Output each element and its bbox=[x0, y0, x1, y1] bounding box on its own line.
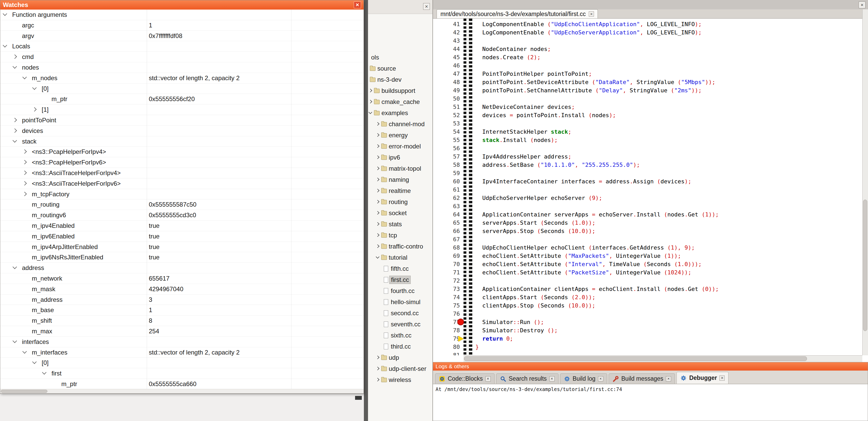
watch-row[interactable]: argv0x7fffffffdf08 bbox=[0, 31, 364, 41]
expand-icon[interactable] bbox=[32, 107, 37, 112]
tree-item-energy[interactable]: energy bbox=[368, 130, 432, 141]
tree-item-examples[interactable]: examples bbox=[368, 107, 432, 119]
expand-icon[interactable] bbox=[23, 170, 27, 175]
tree-item-tutorial[interactable]: tutorial bbox=[368, 252, 432, 263]
expand-icon[interactable] bbox=[375, 374, 381, 385]
tree-item-stats[interactable]: stats bbox=[368, 219, 432, 230]
code-line[interactable]: LogComponentEnable ("UdpEchoServerApplic… bbox=[475, 28, 862, 37]
code-line[interactable]: UdpEchoClientHelper echoClient (interfac… bbox=[475, 244, 862, 252]
tree-item-wireless[interactable]: wireless bbox=[368, 374, 432, 385]
expand-icon[interactable] bbox=[375, 363, 381, 374]
logs-titlebar[interactable]: Logs & others bbox=[433, 362, 868, 370]
watch-row[interactable]: pointToPoint bbox=[0, 115, 364, 126]
code-line[interactable]: Simulator::Destroy (); bbox=[475, 326, 862, 335]
tree-item-fifth-cc[interactable]: fifth.cc bbox=[368, 263, 432, 274]
expand-icon[interactable] bbox=[13, 128, 17, 133]
expand-icon[interactable] bbox=[375, 174, 381, 185]
collapse-icon[interactable] bbox=[368, 107, 374, 119]
expand-icon[interactable] bbox=[23, 181, 27, 186]
logs-tab-code-blocks[interactable]: Code::Blocks✕ bbox=[435, 374, 495, 384]
code-line[interactable]: devices = pointToPoint.Install (nodes); bbox=[475, 111, 862, 120]
code-line[interactable]: pointToPoint.SetDeviceAttribute ("DataRa… bbox=[475, 78, 862, 86]
collapse-icon[interactable] bbox=[13, 138, 17, 142]
watches-tree[interactable]: Function argumentsargc1argv0x7fffffffdf0… bbox=[0, 9, 364, 389]
watch-row[interactable]: devices bbox=[0, 126, 364, 136]
editor-tab-first-cc[interactable]: mnt/dev/tools/source/ns-3-dev/examples/t… bbox=[437, 9, 598, 19]
tab-close-icon[interactable]: ✕ bbox=[598, 376, 603, 382]
projects-close-icon[interactable]: ✕ bbox=[423, 3, 430, 10]
watch-row[interactable]: [0] bbox=[0, 358, 364, 368]
expand-icon[interactable] bbox=[375, 230, 381, 241]
code-line[interactable]: echoClient.SetAttribute ("PacketSize", U… bbox=[475, 268, 862, 277]
code-line[interactable] bbox=[475, 351, 862, 355]
watch-row[interactable]: m_ipv6Enabledtrue bbox=[0, 231, 364, 242]
tab-close-icon[interactable]: ✕ bbox=[550, 376, 555, 382]
code-line[interactable]: serverApps.Stop (Seconds (10.0)); bbox=[475, 227, 862, 235]
collapse-icon[interactable] bbox=[23, 75, 27, 79]
watch-row[interactable]: <ns3::AsciiTraceHelperForIpv6> bbox=[0, 179, 364, 189]
watch-row[interactable]: Function arguments bbox=[0, 9, 364, 20]
code-line[interactable]: Ipv4AddressHelper address; bbox=[475, 153, 862, 161]
tree-item-sixth-cc[interactable]: sixth.cc bbox=[368, 330, 432, 341]
code-line[interactable]: stack.Install (nodes); bbox=[475, 136, 862, 144]
expand-icon[interactable] bbox=[375, 219, 381, 230]
watch-row[interactable]: m_mask4294967040 bbox=[0, 284, 364, 295]
tree-item-first-cc[interactable]: first.cc bbox=[368, 274, 432, 285]
tab-close-icon[interactable]: ✕ bbox=[486, 376, 491, 382]
watches-hscroll-thumb[interactable] bbox=[1, 390, 48, 393]
code-line[interactable] bbox=[475, 235, 862, 244]
code-line[interactable]: serverApps.Start (Seconds (1.0)); bbox=[475, 219, 862, 227]
watch-row[interactable]: m_network655617 bbox=[0, 273, 364, 284]
tree-item-buildsupport[interactable]: buildsupport bbox=[368, 85, 432, 96]
tab-close-icon[interactable]: ✕ bbox=[589, 11, 594, 17]
collapse-icon[interactable] bbox=[3, 12, 7, 16]
watch-row[interactable]: interfaces bbox=[0, 337, 364, 347]
expand-icon[interactable] bbox=[375, 119, 381, 130]
watch-row[interactable]: address bbox=[0, 263, 364, 273]
projects-tree[interactable]: olssourcens-3-devbuildsupportcmake_cache… bbox=[368, 52, 432, 385]
tree-item-matrix-topol[interactable]: matrix-topol bbox=[368, 163, 432, 174]
expand-icon[interactable] bbox=[13, 55, 17, 59]
collapse-icon[interactable] bbox=[13, 265, 17, 269]
tree-item-naming[interactable]: naming bbox=[368, 174, 432, 185]
collapse-icon[interactable] bbox=[32, 360, 37, 364]
expand-icon[interactable] bbox=[13, 118, 17, 122]
code-line[interactable] bbox=[475, 169, 862, 177]
code-line[interactable]: address.SetBase ("10.1.1.0", "255.255.25… bbox=[475, 161, 862, 169]
collapse-icon[interactable] bbox=[13, 338, 17, 343]
tree-item-udp[interactable]: udp bbox=[368, 352, 432, 363]
expand-icon[interactable] bbox=[375, 163, 381, 174]
code-line[interactable]: echoClient.SetAttribute ("MaxPackets", U… bbox=[475, 252, 862, 260]
code-line[interactable] bbox=[475, 62, 862, 70]
expand-icon[interactable] bbox=[375, 352, 381, 363]
watch-row[interactable]: argc1 bbox=[0, 20, 364, 31]
code-line[interactable]: echoClient.SetAttribute ("Interval", Tim… bbox=[475, 260, 862, 268]
code-line[interactable]: ApplicationContainer clientApps = echoCl… bbox=[475, 285, 862, 293]
expand-icon[interactable] bbox=[23, 160, 27, 164]
tree-item-second-cc[interactable]: second.cc bbox=[368, 307, 432, 319]
expand-icon[interactable] bbox=[368, 85, 374, 96]
watch-row[interactable]: Locals bbox=[0, 41, 364, 52]
expand-icon[interactable] bbox=[375, 185, 381, 196]
code-line[interactable] bbox=[475, 37, 862, 45]
watches-close-icon[interactable]: ✕ bbox=[354, 2, 361, 8]
tab-close-icon[interactable]: ✕ bbox=[666, 376, 671, 382]
watch-row[interactable]: m_routing0x555555587c50 bbox=[0, 199, 364, 210]
watch-row[interactable]: m_interfacesstd::vector of length 2, cap… bbox=[0, 347, 364, 358]
code-line[interactable] bbox=[475, 277, 862, 285]
tree-item-socket[interactable]: socket bbox=[368, 207, 432, 219]
logs-tab-debugger[interactable]: Debugger✕ bbox=[677, 372, 728, 384]
tree-item-error-model[interactable]: error-model bbox=[368, 141, 432, 152]
code-line[interactable] bbox=[475, 186, 862, 194]
watch-row[interactable]: first bbox=[0, 368, 364, 379]
tree-item-udp-client-ser[interactable]: udp-client-ser bbox=[368, 363, 432, 374]
expand-icon[interactable] bbox=[375, 130, 381, 141]
code-line[interactable]: Simulator::Run (); bbox=[475, 318, 862, 326]
editor-vertical-scrollbar[interactable] bbox=[862, 9, 868, 355]
code-line[interactable] bbox=[475, 144, 862, 153]
watch-row[interactable]: m_ipv6NsRsJitterEnabledtrue bbox=[0, 252, 364, 263]
tree-item-channel-mod[interactable]: channel-mod bbox=[368, 119, 432, 130]
code-line[interactable] bbox=[475, 202, 862, 210]
tree-item-fourth-cc[interactable]: fourth.cc bbox=[368, 285, 432, 296]
watches-column-divider-2[interactable] bbox=[291, 9, 291, 389]
